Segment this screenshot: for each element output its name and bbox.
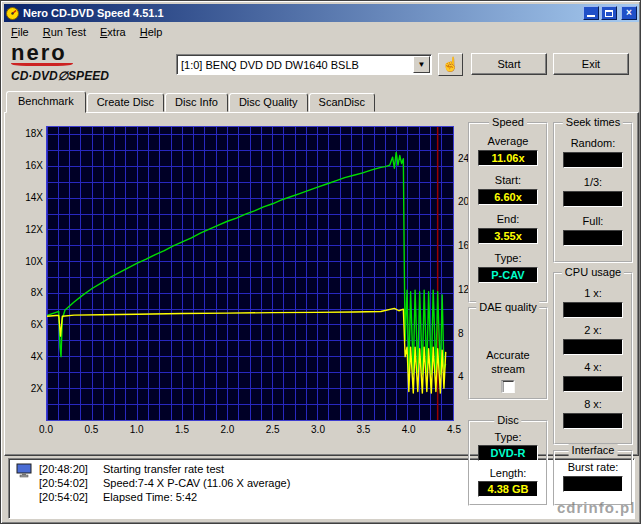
x-axis-tick: 3.5 [350, 424, 376, 435]
x-axis-tick: 3.0 [305, 424, 331, 435]
cpu-usage-title: CPU usage [562, 266, 624, 278]
cpu-4x-label: 4 x: [555, 361, 631, 373]
disc-group-title: Disc [494, 414, 521, 426]
cpu-1x-value [563, 302, 623, 318]
cpu-usage-group: CPU usage 1 x: 2 x: 4 x: 8 x: [553, 272, 633, 445]
cpu-4x-value [563, 376, 623, 392]
x-axis-tick: 4.5 [441, 424, 467, 435]
seek-full-value [563, 230, 623, 246]
minimize-icon [587, 15, 595, 17]
accurate-stream-checkbox[interactable] [502, 380, 515, 393]
log-timestamp: [20:54:02] [39, 476, 103, 490]
cpu-2x-value [563, 339, 623, 355]
speed-group: Speed Average 11.06x Start: 6.60x End: 3… [468, 122, 548, 303]
app-icon [6, 7, 19, 20]
hand-tool-button[interactable]: ☝ [438, 53, 463, 76]
disc-length-label: Length: [470, 467, 546, 479]
cpu-8x-value [563, 413, 623, 429]
x-axis-tick: 0.5 [78, 424, 104, 435]
interface-group: Interface Burst rate: [553, 450, 633, 506]
x-axis-tick: 2.5 [260, 424, 286, 435]
burst-rate-value [563, 476, 623, 492]
tab-benchmark[interactable]: Benchmark [6, 91, 86, 113]
log-text: Starting transfer rate test [103, 462, 224, 476]
end-speed-value: 3.55x [478, 228, 538, 244]
dae-quality-title: DAE quality [476, 301, 539, 313]
menu-run-test[interactable]: Run Test [36, 24, 93, 40]
cpu-8x-label: 8 x: [555, 398, 631, 410]
disc-length-value: 4.38 GB [478, 481, 538, 497]
chart-canvas [47, 127, 453, 420]
dae-quality-group: DAE quality Accurate stream [468, 307, 548, 400]
x-axis-tick: 1.0 [124, 424, 150, 435]
seek-random-value [563, 152, 623, 168]
chevron-down-icon[interactable]: ▼ [413, 56, 430, 73]
accurate-stream-label-2: stream [470, 363, 546, 375]
log-text: Speed:7-4 X P-CAV (11.06 X average) [103, 476, 290, 490]
accurate-stream-label-1: Accurate [470, 349, 546, 361]
seek-random-label: Random: [555, 137, 631, 149]
chart-left-axis: 2X4X6X8X10X12X14X16X18X [11, 126, 43, 421]
disc-type-label: Type: [470, 431, 546, 443]
tab-scandisc[interactable]: ScanDisc [309, 93, 375, 112]
benchmark-chart [46, 126, 454, 421]
exit-button[interactable]: Exit [553, 53, 629, 75]
nero-product-name: CD·DVD∅SPEED [11, 69, 161, 83]
window-title: Nero CD-DVD Speed 4.51.1 [23, 7, 164, 19]
drive-select-value: [1:0] BENQ DVD DD DW1640 BSLB [177, 59, 413, 71]
drive-select[interactable]: [1:0] BENQ DVD DD DW1640 BSLB ▼ [176, 54, 432, 75]
tab-disc-info[interactable]: Disc Info [165, 93, 228, 112]
cpu-2x-label: 2 x: [555, 324, 631, 336]
left-axis-tick: 18X [11, 128, 43, 139]
menu-file[interactable]: File [4, 24, 36, 40]
burst-rate-label: Burst rate: [555, 461, 631, 473]
menu-help[interactable]: Help [133, 24, 170, 40]
cpu-1x-label: 1 x: [555, 287, 631, 299]
tab-create-disc[interactable]: Create Disc [87, 93, 164, 112]
monitor-icon [16, 463, 33, 478]
tab-strip: Benchmark Create Disc Disc Info Disc Qua… [6, 91, 376, 113]
menu-extra[interactable]: Extra [93, 24, 133, 40]
left-axis-tick: 8X [11, 287, 43, 298]
title-bar: Nero CD-DVD Speed 4.51.1 × [4, 4, 639, 22]
x-axis-tick: 1.5 [169, 424, 195, 435]
left-axis-tick: 16X [11, 160, 43, 171]
app-window: Nero CD-DVD Speed 4.51.1 × File Run Test… [0, 0, 641, 524]
average-value: 11.06x [478, 150, 538, 166]
left-axis-tick: 10X [11, 256, 43, 267]
seek-third-value [563, 191, 623, 207]
nero-logo: nero CD·DVD∅SPEED [11, 43, 161, 83]
x-axis-tick: 2.0 [214, 424, 240, 435]
rotation-speed-line [47, 308, 446, 393]
minimize-button[interactable] [583, 6, 599, 20]
x-axis-tick: 0.0 [33, 424, 59, 435]
start-button[interactable]: Start [471, 53, 547, 75]
nero-logo-name: nero [11, 43, 161, 63]
chart-x-axis: 0.00.51.01.52.02.53.03.54.04.5 [46, 424, 460, 436]
maximize-icon [605, 10, 613, 17]
left-axis-tick: 6X [11, 319, 43, 330]
disc-type-value: DVD-R [478, 445, 538, 461]
maximize-button[interactable] [601, 6, 617, 20]
disc-group: Disc Type: DVD-R Length: 4.38 GB [468, 420, 548, 506]
left-axis-tick: 14X [11, 192, 43, 203]
seek-third-label: 1/3: [555, 176, 631, 188]
interface-group-title: Interface [569, 444, 618, 456]
menu-bar: File Run Test Extra Help [4, 23, 639, 41]
tab-disc-quality[interactable]: Disc Quality [229, 93, 308, 112]
log-timestamp: [20:54:02] [39, 490, 103, 504]
speed-group-title: Speed [489, 116, 527, 128]
left-axis-tick: 2X [11, 383, 43, 394]
log-text: Elapsed Time: 5:42 [103, 490, 197, 504]
hand-icon: ☝ [442, 56, 459, 72]
seek-times-group: Seek times Random: 1/3: Full: [553, 122, 633, 263]
start-speed-value: 6.60x [478, 189, 538, 205]
end-speed-label: End: [470, 213, 546, 225]
seek-times-title: Seek times [563, 116, 623, 128]
seek-full-label: Full: [555, 215, 631, 227]
speed-type-value: P-CAV [478, 267, 538, 283]
close-button[interactable]: × [621, 6, 637, 20]
speed-type-label: Type: [470, 252, 546, 264]
watermark: cdrinfo.pl [557, 499, 635, 516]
average-label: Average [470, 135, 546, 147]
